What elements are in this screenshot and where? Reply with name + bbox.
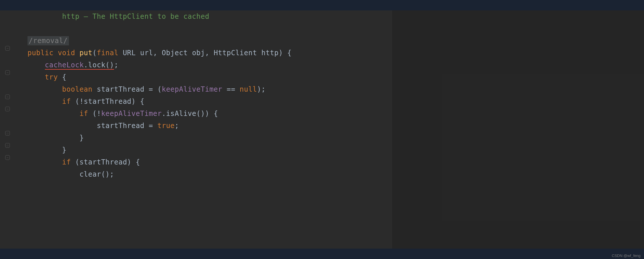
open-paren: ( (105, 61, 110, 69)
keyword-null: null (240, 85, 257, 93)
code-line: if (!keepAliveTimer.isAlive()) { (28, 108, 632, 120)
code-line: if (!startThread) { (28, 95, 632, 108)
semicolon: ; (110, 170, 114, 178)
not-op: ! (97, 110, 101, 118)
open-paren: ( (158, 85, 162, 93)
close-brace: } (79, 134, 84, 142)
param-url: url (140, 49, 153, 57)
code-line: } (28, 132, 632, 144)
keyword-final: final (97, 49, 118, 57)
fold-collapse-icon[interactable] (5, 143, 10, 148)
code-line: /removal/ (28, 35, 632, 47)
fold-marker-icon[interactable] (5, 70, 10, 75)
open-paren: ( (92, 49, 97, 57)
code-line: } (28, 144, 632, 156)
keyword-try: try (45, 73, 58, 81)
assign: = (149, 85, 153, 93)
close-paren: ) (105, 170, 110, 178)
field-keepalivetimer: keepAliveTimer (162, 85, 222, 93)
dot: . (84, 61, 88, 69)
close-paren: ) (131, 97, 136, 106)
semicolon: ; (261, 85, 266, 93)
open-brace: { (287, 49, 292, 57)
close-paren: ) (279, 49, 283, 57)
dot: . (162, 110, 166, 118)
method-clear: clear (79, 170, 101, 178)
error-underline: cacheLock.lock() (45, 61, 114, 70)
code-area[interactable]: http – The HttpClient to be cached /remo… (16, 10, 644, 249)
fold-marker-icon[interactable] (5, 95, 10, 99)
keyword-boolean: boolean (62, 85, 93, 93)
open-paren: ( (196, 110, 201, 118)
keyword-public: public (28, 49, 54, 57)
code-line: clear(); (28, 168, 632, 180)
field-keepalivetimer: keepAliveTimer (101, 110, 162, 118)
semicolon: ; (175, 122, 179, 130)
close-paren: ) (110, 61, 114, 69)
type-object: Object (162, 49, 188, 57)
doc-comment: http – The HttpClient to be cached (28, 12, 209, 21)
open-paren: ( (92, 110, 97, 118)
code-line: boolean startThread = (keepAliveTimer ==… (28, 83, 632, 95)
code-line: public void put(final URL url, Object ob… (28, 47, 632, 59)
close-brace: } (62, 146, 67, 154)
var-startthread: startThread (97, 85, 144, 93)
fold-marker-icon[interactable] (5, 155, 10, 160)
not-op: ! (79, 97, 84, 106)
eq-op: == (227, 85, 235, 93)
var-startthread: startThread (79, 158, 127, 166)
method-lock: lock (88, 61, 105, 69)
fold-collapse-icon[interactable] (5, 131, 10, 136)
comma: , (153, 49, 158, 57)
open-paren: ( (101, 170, 105, 178)
keyword-if: if (79, 110, 88, 118)
open-paren: ( (75, 97, 79, 106)
fold-marker-icon[interactable] (5, 46, 10, 51)
code-line (28, 23, 632, 35)
keyword-void: void (58, 49, 75, 57)
comma: , (205, 49, 209, 57)
open-brace: { (62, 73, 67, 81)
type-httpclient: HttpClient (214, 49, 257, 57)
field-cachelock: cacheLock (45, 61, 84, 69)
code-line: cacheLock.lock(); (28, 59, 632, 71)
close-paren: ) (257, 85, 261, 93)
close-paren: ) (127, 158, 131, 166)
keyword-if: if (62, 158, 71, 166)
open-brace: { (214, 110, 218, 118)
open-brace: { (136, 158, 140, 166)
code-line: startThread = true; (28, 120, 632, 132)
code-line: try { (28, 71, 632, 83)
folded-doc-comment[interactable]: /removal/ (28, 36, 69, 45)
fold-marker-icon[interactable] (5, 107, 10, 111)
var-startthread: startThread (84, 97, 131, 106)
editor-gutter (0, 10, 16, 249)
keyword-true: true (158, 122, 175, 130)
param-obj: obj (192, 49, 205, 57)
type-url: URL (123, 49, 136, 57)
code-line: if (startThread) { (28, 156, 632, 168)
keyword-if: if (62, 97, 71, 106)
var-startthread: startThread (97, 122, 144, 130)
window-bottom-bar (0, 249, 644, 259)
param-http: http (261, 49, 279, 57)
semicolon: ; (114, 61, 118, 69)
window-top-bar (0, 0, 644, 10)
watermark-text: CSDN @wf_feng (612, 254, 641, 258)
open-brace: { (140, 97, 144, 106)
code-editor[interactable]: http – The HttpClient to be cached /remo… (0, 10, 644, 249)
method-isalive: isAlive (166, 110, 196, 118)
assign: = (149, 122, 153, 130)
open-paren: ( (75, 158, 79, 166)
method-name: put (79, 49, 92, 57)
close-paren: ) (205, 110, 209, 118)
code-line: http – The HttpClient to be cached (28, 10, 632, 23)
close-paren: ) (201, 110, 205, 118)
